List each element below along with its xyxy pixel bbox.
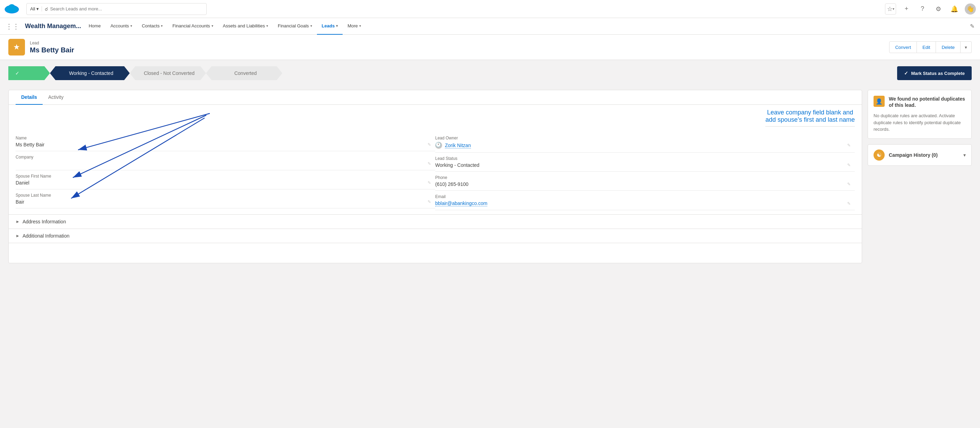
delete-button[interactable]: Delete (936, 41, 961, 53)
annotation-box: Leave company field blank and add spouse… (765, 109, 855, 128)
nav-item-financial-accounts[interactable]: Financial Accounts ▾ (167, 18, 218, 35)
field-edit-icon[interactable]: ✎ (428, 161, 431, 166)
chevron-right-icon: ► (16, 234, 20, 238)
user-avatar[interactable]: 👋 (965, 3, 976, 14)
favorites-button[interactable]: ☆ ▾ (885, 3, 896, 14)
mark-status-complete-button[interactable]: ✓ Mark Status as Complete (897, 66, 972, 80)
field-edit-icon[interactable]: ✎ (847, 143, 851, 148)
lead-owner-link[interactable]: Zorik Nitzan (445, 143, 471, 148)
chevron-down-icon: ▾ (336, 24, 338, 28)
svg-point-7 (8, 4, 15, 10)
field-edit-icon[interactable]: ✎ (847, 163, 851, 167)
nav-item-financial-goals[interactable]: Financial Goals ▾ (273, 18, 317, 35)
status-bar: ✓ Working - Contacted Closed - Not Conve… (8, 66, 972, 80)
lead-record-icon: ★ (8, 39, 25, 56)
record-header-left: ★ Lead Ms Betty Bair (8, 39, 74, 56)
field-edit-icon[interactable]: ✎ (428, 142, 431, 147)
checkmark-icon: ✓ (904, 70, 908, 76)
duplicate-icon: 👤 (873, 96, 885, 107)
setup-icon[interactable]: ⚙ (933, 3, 944, 14)
chevron-down-icon[interactable]: ▾ (963, 152, 966, 158)
app-name: Wealth Managem... (25, 22, 81, 30)
record-identity: Lead Ms Betty Bair (30, 41, 74, 54)
field-edit-icon[interactable]: ✎ (847, 182, 851, 186)
annotation-wrapper: Leave company field blank and add spouse… (9, 105, 862, 128)
main-navigation: ⋮⋮ Wealth Managem... Home Accounts ▾ Con… (0, 18, 980, 35)
convert-button[interactable]: Convert (889, 41, 917, 53)
address-information-section[interactable]: ► Address Information (9, 214, 862, 229)
chevron-down-icon: ▾ (310, 24, 312, 28)
right-fields: Lead Owner 🕐 Zorik Nitzan ✎ Lead Status (435, 132, 855, 210)
record-header-actions: Convert Edit Delete ▾ (889, 41, 972, 53)
field-phone: Phone (610) 265-9100 ✎ (435, 172, 855, 191)
help-button[interactable]: ? (917, 3, 928, 14)
right-panel: 👤 We found no potential duplicates of th… (868, 90, 972, 263)
fields-grid: Name Ms Betty Bair ✎ Company ✎ (9, 128, 862, 214)
duplicate-body: No duplicate rules are activated. Activa… (873, 112, 966, 133)
app-launcher-icon[interactable]: ⋮⋮ (6, 22, 19, 30)
tab-activity[interactable]: Activity (43, 90, 69, 105)
status-step-closed-not-converted[interactable]: Closed - Not Converted (130, 66, 206, 80)
left-fields: Name Ms Betty Bair ✎ Company ✎ (16, 132, 435, 210)
nav-item-leads[interactable]: Leads ▾ (317, 18, 343, 35)
field-edit-icon[interactable]: ✎ (428, 180, 431, 185)
status-step-converted[interactable]: Converted (206, 66, 282, 80)
duplicate-title: We found no potential duplicates of this… (889, 96, 966, 108)
field-lead-status: Lead Status Working - Contacted ✎ (435, 153, 855, 172)
global-search-bar[interactable]: All ▾ ☌ (26, 3, 207, 15)
chevron-down-icon: ▾ (359, 24, 361, 28)
field-spouse-last-name: Spouse Last Name Bair ✎ (16, 189, 435, 208)
owner-avatar: 🕐 (435, 142, 442, 149)
nav-item-assets-liabilities[interactable]: Assets and Liabilities ▾ (218, 18, 273, 35)
chevron-down-icon: ▾ (212, 24, 213, 28)
field-edit-icon[interactable]: ✎ (428, 199, 431, 204)
status-step-completed[interactable]: ✓ (8, 66, 50, 80)
salesforce-logo[interactable] (4, 2, 19, 16)
tab-details[interactable]: Details (16, 90, 43, 105)
status-bar-container: ✓ Working - Contacted Closed - Not Conve… (0, 60, 980, 84)
chevron-right-icon: ► (16, 219, 20, 224)
notification-bell-icon[interactable]: 🔔 (949, 3, 960, 14)
nav-item-contacts[interactable]: Contacts ▾ (137, 18, 167, 35)
duplicate-card-header: 👤 We found no potential duplicates of th… (873, 96, 966, 108)
field-spouse-first-name: Spouse First Name Daniel ✎ (16, 170, 435, 189)
record-name: Ms Betty Bair (30, 46, 74, 54)
campaign-title: Campaign History (0) (889, 152, 959, 158)
field-name: Name Ms Betty Bair ✎ (16, 132, 435, 151)
additional-information-section[interactable]: ► Additional Information (9, 229, 862, 243)
top-navigation: All ▾ ☌ ☆ ▾ + ? ⚙ 🔔 👋 (0, 0, 980, 18)
nav-item-accounts[interactable]: Accounts ▾ (105, 18, 137, 35)
email-link[interactable]: bblair@abankingco.com (435, 200, 487, 206)
nav-item-more[interactable]: More ▾ (343, 18, 366, 35)
search-icon: ☌ (45, 6, 48, 12)
main-content: Details Activity Leave company field bla… (0, 84, 980, 269)
nav-item-home[interactable]: Home (84, 18, 106, 35)
chevron-down-icon: ▾ (266, 24, 268, 28)
add-button[interactable]: + (901, 3, 912, 14)
record-actions-dropdown[interactable]: ▾ (961, 41, 972, 53)
campaign-icon: ☯ (873, 150, 885, 161)
campaign-history-card[interactable]: ☯ Campaign History (0) ▾ (868, 144, 972, 166)
top-nav-right-icons: ☆ ▾ + ? ⚙ 🔔 👋 (885, 3, 976, 14)
star-icon: ☆ (887, 5, 892, 13)
annotation-text: Leave company field blank and add spouse… (765, 109, 855, 127)
field-company: Company ✎ (16, 151, 435, 170)
field-lead-owner: Lead Owner 🕐 Zorik Nitzan ✎ (435, 132, 855, 153)
nav-edit-icon[interactable]: ✎ (970, 23, 974, 29)
checkmark-icon: ✓ (15, 70, 19, 76)
chevron-down-icon: ▾ (130, 24, 132, 28)
field-email: Email bblair@abankingco.com ✎ (435, 191, 855, 210)
search-input[interactable] (50, 6, 203, 11)
chevron-down-icon: ▾ (892, 7, 894, 11)
star-icon: ★ (13, 43, 20, 52)
annotation-area: Leave company field blank and add spouse… (9, 105, 862, 214)
record-header: ★ Lead Ms Betty Bair Convert Edit Delete… (0, 35, 980, 60)
duplicate-detection-card: 👤 We found no potential duplicates of th… (868, 90, 972, 139)
record-type-label: Lead (30, 41, 74, 45)
search-scope-selector[interactable]: All ▾ (30, 6, 42, 11)
detail-tabs: Details Activity (9, 90, 862, 105)
chevron-down-icon: ▾ (161, 24, 163, 28)
edit-button[interactable]: Edit (917, 41, 936, 53)
field-edit-icon[interactable]: ✎ (847, 201, 851, 206)
status-step-working-contacted[interactable]: Working - Contacted (50, 66, 130, 80)
